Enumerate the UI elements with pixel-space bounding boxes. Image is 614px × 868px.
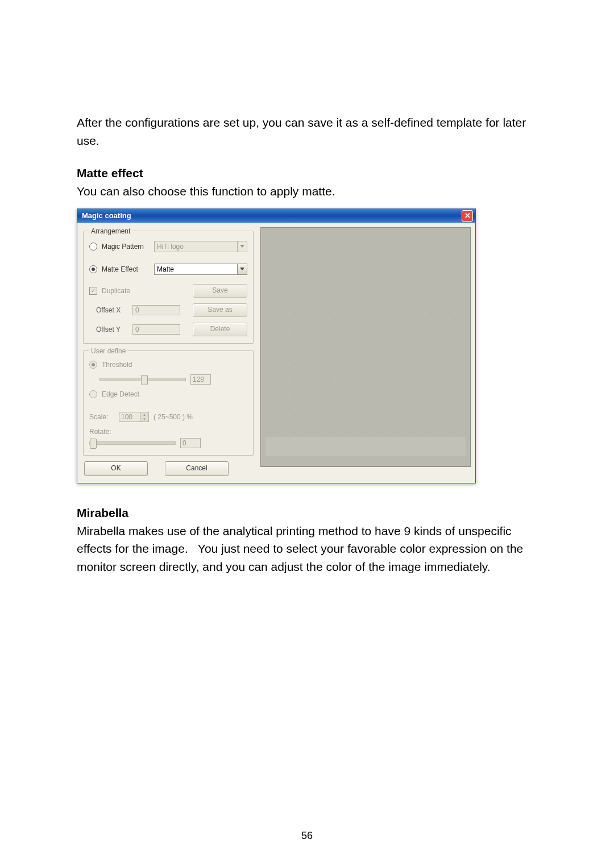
save-as-button: Save as <box>193 303 247 317</box>
offset-y-row: Offset Y Delete <box>89 323 247 336</box>
threshold-value-input <box>190 374 211 385</box>
ok-button[interactable]: OK <box>84 461 148 476</box>
matte-effect-label: Matte Effect <box>102 265 150 273</box>
spinner-up-icon: ▲ <box>140 412 148 417</box>
scale-row: Scale: 100 ▲▼ ( 25~500 ) % <box>89 412 247 422</box>
chevron-down-icon[interactable] <box>237 264 247 274</box>
radio-threshold <box>89 361 97 369</box>
radio-magic-pattern[interactable] <box>89 243 97 251</box>
threshold-slider-row <box>89 374 247 385</box>
matte-effect-text: You can also choose this function to app… <box>77 182 537 201</box>
rotate-slider-row <box>89 438 247 448</box>
radio-matte-effect[interactable] <box>89 265 97 273</box>
magic-pattern-value: HiTi logo <box>157 243 184 251</box>
matte-effect-heading: Matte effect <box>77 166 537 180</box>
mirabella-text: Mirabella makes use of the analytical pr… <box>77 522 537 576</box>
chevron-down-icon <box>237 241 247 252</box>
edge-detect-label: Edge Detect <box>102 390 139 398</box>
rotate-label-row: Rotate: <box>89 428 247 436</box>
duplicate-checkbox: ✓ <box>89 287 97 295</box>
scale-label: Scale: <box>89 413 114 421</box>
matte-effect-value: Matte <box>157 265 174 273</box>
rotate-value-input <box>180 438 201 448</box>
mirabella-heading: Mirabella <box>77 506 537 520</box>
threshold-label: Threshold <box>102 361 150 369</box>
magic-pattern-label: Magic Pattern <box>102 243 150 251</box>
offset-x-row: Offset X Save as <box>89 303 247 317</box>
dialog-title: Magic coating <box>82 211 131 220</box>
preview-pane <box>260 227 471 467</box>
dialog-titlebar[interactable]: Magic coating ✕ <box>77 209 475 223</box>
threshold-row: Threshold <box>89 361 247 369</box>
page-number: 56 <box>0 830 614 842</box>
edge-detect-row: Edge Detect <box>89 390 247 398</box>
scale-range: ( 25~500 ) % <box>154 413 193 421</box>
slider-thumb-icon <box>141 375 148 385</box>
scale-value: 100 <box>119 412 140 422</box>
preview-strip <box>265 437 466 456</box>
user-define-group: User define Threshold Edge Detect <box>83 347 254 456</box>
matte-effect-combo[interactable]: Matte <box>154 264 247 275</box>
scale-spinner: 100 ▲▼ <box>119 412 149 422</box>
arrangement-group: Arrangement Magic Pattern HiTi logo Matt… <box>83 227 254 344</box>
magic-pattern-row: Magic Pattern HiTi logo <box>89 241 247 252</box>
slider-thumb-icon <box>90 439 97 449</box>
spinner-down-icon: ▼ <box>140 417 148 422</box>
offset-x-label: Offset X <box>89 306 128 314</box>
offset-y-label: Offset Y <box>89 326 128 333</box>
rotate-slider <box>89 441 176 445</box>
save-button: Save <box>193 284 247 298</box>
delete-button: Delete <box>193 323 247 336</box>
threshold-slider <box>99 378 186 381</box>
duplicate-label: Duplicate <box>102 287 188 295</box>
offset-y-input <box>132 324 180 335</box>
magic-coating-dialog: Magic coating ✕ Arrangement Magic Patter… <box>77 208 476 483</box>
radio-edge-detect <box>89 390 97 398</box>
matte-effect-row: Matte Effect Matte <box>89 264 247 275</box>
intro-paragraph: After the configurations are set up, you… <box>77 114 537 149</box>
offset-x-input <box>132 305 180 315</box>
magic-pattern-combo: HiTi logo <box>154 241 247 252</box>
cancel-button[interactable]: Cancel <box>165 461 229 476</box>
duplicate-row: ✓ Duplicate Save <box>89 284 247 298</box>
close-icon[interactable]: ✕ <box>462 210 473 222</box>
rotate-label: Rotate: <box>89 428 114 436</box>
user-define-legend: User define <box>89 347 127 355</box>
arrangement-legend: Arrangement <box>89 227 132 235</box>
dialog-bottom-buttons: OK Cancel <box>83 459 254 477</box>
